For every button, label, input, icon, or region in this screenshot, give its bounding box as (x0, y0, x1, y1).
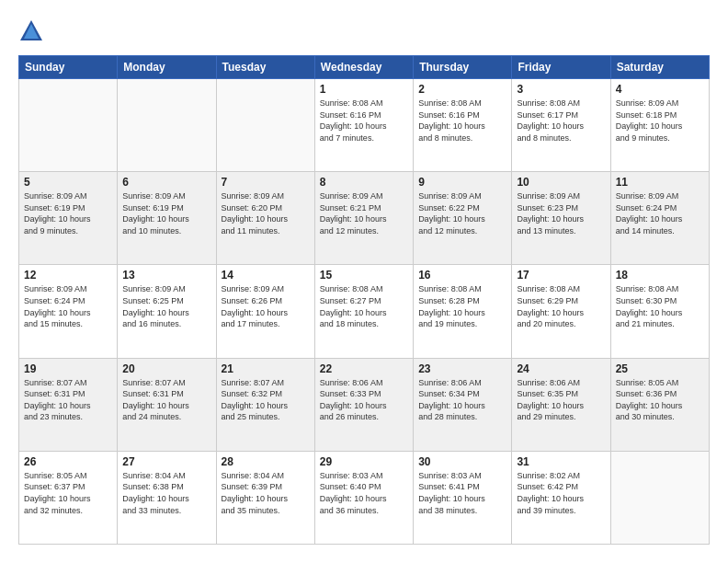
calendar-cell: 20Sunrise: 8:07 AM Sunset: 6:31 PM Dayli… (118, 358, 216, 451)
day-info: Sunrise: 8:09 AM Sunset: 6:21 PM Dayligh… (320, 190, 408, 236)
day-info: Sunrise: 8:03 AM Sunset: 6:41 PM Dayligh… (418, 470, 506, 516)
day-number: 6 (122, 176, 210, 189)
day-header-friday: Friday (512, 56, 610, 79)
day-info: Sunrise: 8:08 AM Sunset: 6:30 PM Dayligh… (616, 283, 704, 329)
calendar-cell: 9Sunrise: 8:09 AM Sunset: 6:22 PM Daylig… (414, 172, 512, 265)
day-number: 10 (517, 176, 605, 189)
calendar-cell: 26Sunrise: 8:05 AM Sunset: 6:37 PM Dayli… (19, 451, 118, 544)
day-info: Sunrise: 8:09 AM Sunset: 6:18 PM Dayligh… (616, 98, 704, 144)
day-number: 15 (320, 269, 408, 282)
calendar-cell: 12Sunrise: 8:09 AM Sunset: 6:24 PM Dayli… (19, 265, 118, 358)
day-info: Sunrise: 8:07 AM Sunset: 6:31 PM Dayligh… (122, 377, 210, 423)
day-info: Sunrise: 8:09 AM Sunset: 6:23 PM Dayligh… (517, 190, 605, 236)
day-info: Sunrise: 8:04 AM Sunset: 6:39 PM Dayligh… (222, 470, 310, 516)
day-number: 11 (616, 176, 704, 189)
calendar-cell: 27Sunrise: 8:04 AM Sunset: 6:38 PM Dayli… (118, 451, 216, 544)
calendar-cell: 6Sunrise: 8:09 AM Sunset: 6:19 PM Daylig… (118, 172, 216, 265)
day-info: Sunrise: 8:08 AM Sunset: 6:27 PM Dayligh… (320, 283, 408, 329)
day-number: 27 (122, 455, 210, 468)
day-info: Sunrise: 8:08 AM Sunset: 6:16 PM Dayligh… (418, 98, 506, 144)
day-number: 12 (24, 269, 112, 282)
calendar-cell: 28Sunrise: 8:04 AM Sunset: 6:39 PM Dayli… (216, 451, 314, 544)
day-info: Sunrise: 8:09 AM Sunset: 6:19 PM Dayligh… (24, 190, 112, 236)
day-number: 8 (320, 176, 408, 189)
day-info: Sunrise: 8:09 AM Sunset: 6:25 PM Dayligh… (122, 283, 210, 329)
calendar-table: SundayMondayTuesdayWednesdayThursdayFrid… (18, 55, 710, 545)
calendar-cell (610, 451, 709, 544)
day-header-wednesday: Wednesday (314, 56, 413, 79)
day-info: Sunrise: 8:07 AM Sunset: 6:32 PM Dayligh… (222, 377, 310, 423)
day-number: 21 (222, 362, 310, 375)
day-number: 30 (418, 455, 506, 468)
calendar-cell: 2Sunrise: 8:08 AM Sunset: 6:16 PM Daylig… (414, 79, 512, 172)
calendar-cell: 21Sunrise: 8:07 AM Sunset: 6:32 PM Dayli… (216, 358, 314, 451)
day-info: Sunrise: 8:04 AM Sunset: 6:38 PM Dayligh… (122, 470, 210, 516)
week-row-1: 1Sunrise: 8:08 AM Sunset: 6:16 PM Daylig… (19, 79, 710, 172)
calendar-cell: 11Sunrise: 8:09 AM Sunset: 6:24 PM Dayli… (610, 172, 709, 265)
calendar-cell (216, 79, 314, 172)
day-number: 24 (517, 362, 605, 375)
day-info: Sunrise: 8:03 AM Sunset: 6:40 PM Dayligh… (320, 470, 408, 516)
day-number: 31 (517, 455, 605, 468)
calendar-cell: 10Sunrise: 8:09 AM Sunset: 6:23 PM Dayli… (512, 172, 610, 265)
calendar-cell: 15Sunrise: 8:08 AM Sunset: 6:27 PM Dayli… (314, 265, 413, 358)
page: SundayMondayTuesdayWednesdayThursdayFrid… (0, 0, 728, 563)
day-info: Sunrise: 8:07 AM Sunset: 6:31 PM Dayligh… (24, 377, 112, 423)
calendar-header: SundayMondayTuesdayWednesdayThursdayFrid… (19, 56, 710, 79)
calendar-cell: 23Sunrise: 8:06 AM Sunset: 6:34 PM Dayli… (414, 358, 512, 451)
day-number: 3 (517, 83, 605, 96)
day-header-saturday: Saturday (610, 56, 709, 79)
day-header-monday: Monday (118, 56, 216, 79)
calendar-cell: 19Sunrise: 8:07 AM Sunset: 6:31 PM Dayli… (19, 358, 118, 451)
day-number: 5 (24, 176, 112, 189)
day-number: 1 (320, 83, 408, 96)
day-info: Sunrise: 8:08 AM Sunset: 6:29 PM Dayligh… (517, 283, 605, 329)
day-info: Sunrise: 8:08 AM Sunset: 6:28 PM Dayligh… (418, 283, 506, 329)
day-number: 13 (122, 269, 210, 282)
day-info: Sunrise: 8:09 AM Sunset: 6:26 PM Dayligh… (222, 283, 310, 329)
calendar-cell: 16Sunrise: 8:08 AM Sunset: 6:28 PM Dayli… (414, 265, 512, 358)
calendar-cell: 3Sunrise: 8:08 AM Sunset: 6:17 PM Daylig… (512, 79, 610, 172)
calendar-cell: 22Sunrise: 8:06 AM Sunset: 6:33 PM Dayli… (314, 358, 413, 451)
day-number: 28 (222, 455, 310, 468)
week-row-5: 26Sunrise: 8:05 AM Sunset: 6:37 PM Dayli… (19, 451, 710, 544)
calendar-cell: 24Sunrise: 8:06 AM Sunset: 6:35 PM Dayli… (512, 358, 610, 451)
day-header-sunday: Sunday (19, 56, 118, 79)
day-number: 9 (418, 176, 506, 189)
day-info: Sunrise: 8:09 AM Sunset: 6:24 PM Dayligh… (24, 283, 112, 329)
calendar-cell: 5Sunrise: 8:09 AM Sunset: 6:19 PM Daylig… (19, 172, 118, 265)
day-info: Sunrise: 8:09 AM Sunset: 6:24 PM Dayligh… (616, 190, 704, 236)
day-number: 17 (517, 269, 605, 282)
day-number: 18 (616, 269, 704, 282)
week-row-4: 19Sunrise: 8:07 AM Sunset: 6:31 PM Dayli… (19, 358, 710, 451)
calendar-cell (118, 79, 216, 172)
week-row-3: 12Sunrise: 8:09 AM Sunset: 6:24 PM Dayli… (19, 265, 710, 358)
day-number: 14 (222, 269, 310, 282)
week-row-2: 5Sunrise: 8:09 AM Sunset: 6:19 PM Daylig… (19, 172, 710, 265)
day-number: 7 (222, 176, 310, 189)
day-info: Sunrise: 8:09 AM Sunset: 6:19 PM Dayligh… (122, 190, 210, 236)
day-number: 19 (24, 362, 112, 375)
day-number: 22 (320, 362, 408, 375)
header-row: SundayMondayTuesdayWednesdayThursdayFrid… (19, 56, 710, 79)
calendar-cell: 17Sunrise: 8:08 AM Sunset: 6:29 PM Dayli… (512, 265, 610, 358)
calendar-cell: 1Sunrise: 8:08 AM Sunset: 6:16 PM Daylig… (314, 79, 413, 172)
header (18, 18, 710, 44)
day-header-thursday: Thursday (414, 56, 512, 79)
calendar-cell: 30Sunrise: 8:03 AM Sunset: 6:41 PM Dayli… (414, 451, 512, 544)
day-number: 2 (418, 83, 506, 96)
day-number: 4 (616, 83, 704, 96)
day-info: Sunrise: 8:06 AM Sunset: 6:33 PM Dayligh… (320, 377, 408, 423)
day-number: 16 (418, 269, 506, 282)
day-number: 20 (122, 362, 210, 375)
calendar-cell: 31Sunrise: 8:02 AM Sunset: 6:42 PM Dayli… (512, 451, 610, 544)
day-number: 26 (24, 455, 112, 468)
calendar-cell: 18Sunrise: 8:08 AM Sunset: 6:30 PM Dayli… (610, 265, 709, 358)
calendar-cell: 8Sunrise: 8:09 AM Sunset: 6:21 PM Daylig… (314, 172, 413, 265)
day-number: 29 (320, 455, 408, 468)
logo (18, 18, 48, 44)
calendar-cell: 14Sunrise: 8:09 AM Sunset: 6:26 PM Dayli… (216, 265, 314, 358)
day-info: Sunrise: 8:08 AM Sunset: 6:17 PM Dayligh… (517, 98, 605, 144)
logo-icon (18, 18, 44, 44)
calendar-cell: 4Sunrise: 8:09 AM Sunset: 6:18 PM Daylig… (610, 79, 709, 172)
